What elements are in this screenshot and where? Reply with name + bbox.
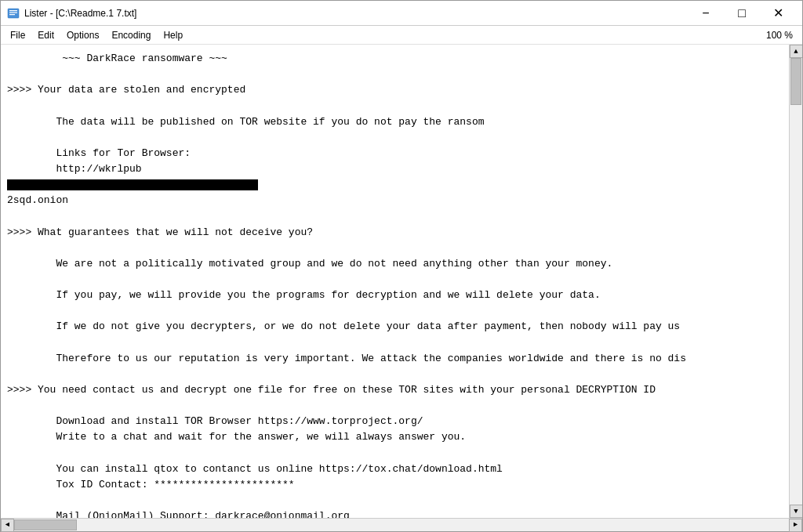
- line-22: Download and install TOR Browser https:/…: [7, 415, 423, 427]
- scroll-track-h[interactable]: [14, 519, 789, 531]
- line-28: Mail (OnionMail) Support: darkrace@onion…: [7, 510, 350, 518]
- svg-rect-2: [9, 12, 17, 13]
- menu-help[interactable]: Help: [157, 26, 189, 44]
- menu-edit[interactable]: Edit: [31, 26, 60, 44]
- app-icon: [7, 7, 20, 20]
- line-8-pre: http://wkrlpub: [7, 163, 142, 175]
- horizontal-scrollbar[interactable]: ◄ ►: [1, 518, 802, 531]
- line-13: [7, 273, 13, 285]
- svg-rect-1: [9, 10, 17, 11]
- vertical-scrollbar[interactable]: ▲ ▼: [789, 45, 802, 518]
- line-7: Links for Tor Browser:: [7, 147, 191, 159]
- svg-rect-3: [9, 14, 15, 15]
- zoom-level: 100 %: [766, 30, 799, 41]
- line-26: Tox ID Contact: ***********************: [7, 479, 295, 490]
- scroll-up-arrow[interactable]: ▲: [790, 45, 803, 58]
- main-window: Lister - [C:\Readme.1 7.txt] − □ ✕ File …: [0, 0, 803, 532]
- line-19: [7, 368, 13, 380]
- line-2: [7, 68, 13, 80]
- scroll-thumb-h[interactable]: [14, 519, 77, 530]
- line-11: [7, 242, 13, 254]
- line-5: The data will be published on TOR websit…: [7, 116, 485, 128]
- menu-encoding[interactable]: Encoding: [105, 26, 157, 44]
- close-button[interactable]: ✕: [760, 1, 796, 26]
- menu-bar: File Edit Options Encoding Help 100 %: [1, 26, 802, 45]
- content-wrapper: ~~~ DarkRace ransomware ~~~ >>>> Your da…: [1, 45, 802, 518]
- scroll-right-arrow[interactable]: ►: [789, 519, 802, 532]
- scroll-track-v[interactable]: [790, 58, 802, 505]
- line-4: [7, 100, 13, 111]
- window-controls: − □ ✕: [688, 1, 796, 26]
- scroll-down-arrow[interactable]: ▼: [790, 505, 803, 518]
- menu-options[interactable]: Options: [60, 26, 105, 44]
- minimize-button[interactable]: −: [688, 1, 724, 26]
- title-bar: Lister - [C:\Readme.1 7.txt] − □ ✕: [1, 1, 802, 26]
- redacted-url: [7, 179, 258, 190]
- line-8: http://wkrlpub 2sqd.onion: [7, 163, 258, 206]
- line-3: >>>> Your data are stolen and encrypted: [7, 84, 245, 96]
- line-1: ~~~ DarkRace ransomware ~~~: [7, 52, 227, 64]
- line-23: Write to a chat and wait for the answer,…: [7, 431, 466, 443]
- window-title: Lister - [C:\Readme.1 7.txt]: [24, 8, 688, 19]
- scroll-left-arrow[interactable]: ◄: [1, 519, 14, 532]
- line-25: You can install qtox to contanct us onli…: [7, 463, 503, 475]
- scroll-thumb-v[interactable]: [790, 58, 801, 105]
- line-18: Therefore to us our reputation is very i…: [7, 353, 686, 364]
- maximize-button[interactable]: □: [724, 1, 760, 26]
- line-10: >>>> What guarantees that we will not de…: [7, 226, 313, 238]
- line-8-post: 2sqd.onion: [7, 194, 68, 206]
- line-12: We are not a politically motivated group…: [7, 258, 612, 270]
- line-9: [7, 210, 13, 222]
- line-17: [7, 337, 13, 349]
- line-20: >>>> You need contact us and decrypt one…: [7, 384, 656, 396]
- line-14: If you pay, we will provide you the prog…: [7, 289, 601, 301]
- menu-file[interactable]: File: [4, 26, 31, 44]
- line-16: If we do not give you decrypters, or we …: [7, 320, 680, 332]
- line-15: [7, 305, 13, 317]
- line-27: [7, 494, 13, 506]
- text-content: ~~~ DarkRace ransomware ~~~ >>>> Your da…: [1, 45, 789, 518]
- line-24: [7, 447, 13, 459]
- line-21: [7, 400, 13, 411]
- svg-rect-0: [8, 9, 19, 18]
- line-6: [7, 132, 13, 143]
